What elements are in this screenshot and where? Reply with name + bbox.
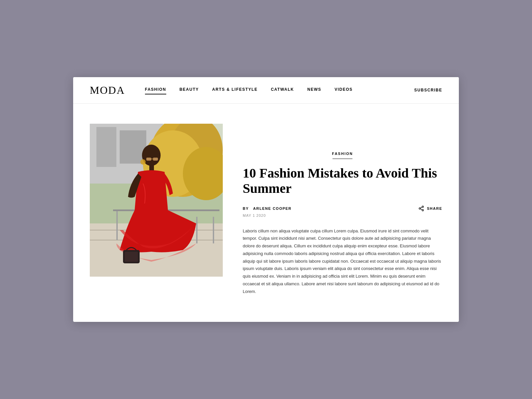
svg-rect-21 (153, 158, 158, 161)
subscribe-button[interactable]: SUBSCRIBE (414, 88, 442, 92)
browser-window: MODA FASHION BEAUTY ARTS & LIFESTYLE CAT… (73, 77, 459, 322)
share-icon (418, 205, 424, 211)
article-image (90, 124, 223, 277)
share-button[interactable]: SHARE (418, 205, 442, 211)
svg-rect-4 (120, 130, 146, 164)
svg-rect-20 (146, 158, 151, 161)
article-date: MAY 1 2020 (243, 213, 442, 217)
svg-rect-3 (96, 127, 116, 167)
svg-rect-16 (196, 217, 198, 243)
article-author: BY ARLENE COOPER (243, 206, 292, 210)
svg-rect-17 (213, 217, 214, 243)
svg-rect-25 (125, 252, 138, 262)
article-meta: BY ARLENE COOPER SHARE (243, 205, 442, 211)
nav-item-videos[interactable]: VIDEOS (334, 87, 352, 93)
article-title: 10 Fashion Mistakes to Avoid This Summer (243, 166, 442, 196)
svg-line-30 (420, 209, 422, 210)
nav-item-arts[interactable]: ARTS & LIFESTYLE (212, 87, 258, 93)
site-logo[interactable]: MODA (90, 84, 125, 96)
share-label: SHARE (427, 206, 442, 210)
nav-item-catwalk[interactable]: CATWALK (271, 87, 294, 93)
site-nav: FASHION BEAUTY ARTS & LIFESTYLE CATWALK … (145, 87, 414, 93)
nav-item-news[interactable]: NEWS (307, 87, 321, 93)
svg-line-31 (420, 207, 422, 208)
main-content: FASHION 10 Fashion Mistakes to Avoid Thi… (73, 104, 459, 322)
svg-rect-12 (116, 210, 118, 240)
nav-item-beauty[interactable]: BEAUTY (180, 87, 199, 93)
article-category: FASHION (243, 152, 442, 159)
article-content: FASHION 10 Fashion Mistakes to Avoid Thi… (243, 124, 442, 296)
svg-point-26 (140, 159, 146, 165)
nav-item-fashion[interactable]: FASHION (145, 87, 166, 93)
site-header: MODA FASHION BEAUTY ARTS & LIFESTYLE CAT… (73, 77, 459, 104)
article-body: Laboris cillum non aliqua voluptate culp… (243, 227, 442, 296)
